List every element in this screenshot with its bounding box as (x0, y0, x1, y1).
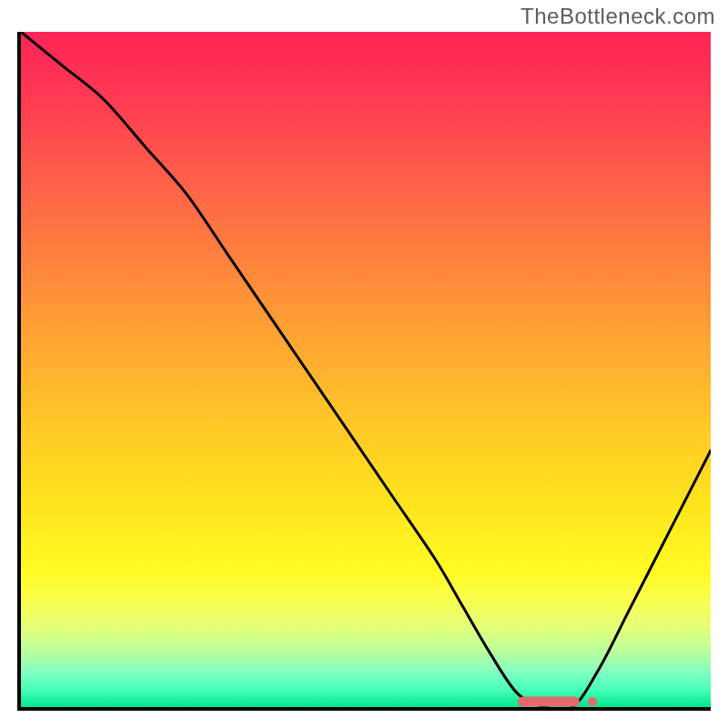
bottleneck-curve (21, 32, 711, 707)
plot-area (21, 32, 711, 707)
chart-container: TheBottleneck.com (0, 0, 728, 728)
watermark-text: TheBottleneck.com (521, 4, 715, 29)
